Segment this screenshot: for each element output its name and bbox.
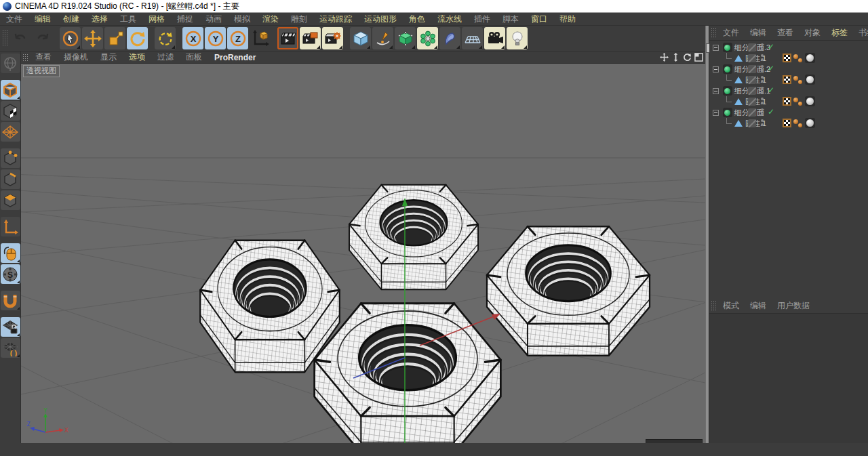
menu-plugins[interactable]: 插件 xyxy=(468,14,496,25)
menu-motion-tracker[interactable]: 运动跟踪 xyxy=(313,14,358,25)
layer-toggle[interactable] xyxy=(748,119,756,127)
points-mode-button[interactable] xyxy=(1,148,20,168)
menu-snap[interactable]: 捕捉 xyxy=(171,14,199,25)
vp-menu-panel[interactable]: 面板 xyxy=(180,51,208,63)
menu-simulate[interactable]: 模拟 xyxy=(228,14,256,25)
visibility-dots[interactable] xyxy=(761,119,764,126)
subdivision-surface-icon[interactable] xyxy=(722,108,732,118)
enable-axis-button[interactable] xyxy=(1,217,20,236)
om-menu-bookmarks[interactable]: 书签 xyxy=(853,27,868,39)
enabled-checkmark[interactable]: ✓ xyxy=(768,85,774,95)
lock-workplane-button[interactable] xyxy=(1,317,20,337)
rotate-tool-button[interactable] xyxy=(127,27,148,49)
subdivision-surface-icon[interactable] xyxy=(722,86,732,96)
visibility-dots[interactable] xyxy=(761,108,764,115)
object-row-subdivision-3[interactable]: 细分曲面.3 ✓ xyxy=(709,42,868,53)
coordinate-system-button[interactable] xyxy=(250,27,271,49)
om-menu-tags[interactable]: 标签 xyxy=(826,27,853,39)
am-menu-userdata[interactable]: 用户数据 xyxy=(772,300,815,312)
lock-y-axis-button[interactable]: Y xyxy=(205,27,226,49)
polygons-mode-button[interactable] xyxy=(1,190,20,210)
render-view-button[interactable] xyxy=(277,27,298,49)
workplane-transform-button[interactable]: ( ) xyxy=(1,338,20,358)
tweak-mode-button[interactable] xyxy=(1,243,20,263)
vp-menu-filter[interactable]: 过滤 xyxy=(151,51,180,63)
magnet-snap-button[interactable] xyxy=(1,291,20,310)
menu-mograph[interactable]: 运动图形 xyxy=(358,14,403,25)
visibility-dots[interactable] xyxy=(761,54,764,61)
am-menu-edit[interactable]: 编辑 xyxy=(745,300,772,312)
enabled-checkmark[interactable]: ✓ xyxy=(768,107,774,117)
texture-mode-button[interactable] xyxy=(1,101,20,121)
subdivision-surface-icon[interactable] xyxy=(722,64,732,75)
material-tag-icon[interactable] xyxy=(805,53,815,63)
am-menu-mode[interactable]: 模式 xyxy=(717,300,745,312)
layer-toggle[interactable] xyxy=(748,87,756,95)
cylinder-icon[interactable] xyxy=(733,97,743,107)
lock-z-axis-button[interactable]: Z xyxy=(227,27,248,49)
render-settings-button[interactable] xyxy=(322,27,343,49)
viewport-view-label[interactable]: 透视视图 xyxy=(23,65,60,77)
om-menu-edit[interactable]: 编辑 xyxy=(745,27,772,39)
subdivision-surface-icon[interactable] xyxy=(722,43,732,53)
uvw-tag-icon[interactable] xyxy=(783,97,791,106)
menu-script[interactable]: 脚本 xyxy=(496,14,525,25)
om-menu-objects[interactable]: 对象 xyxy=(799,27,826,39)
menu-pipeline[interactable]: 流水线 xyxy=(431,14,468,25)
live-selection-button[interactable] xyxy=(60,27,81,49)
phong-tag-icon[interactable] xyxy=(793,119,803,128)
layer-toggle[interactable] xyxy=(748,43,756,51)
camera-button[interactable] xyxy=(484,27,505,49)
menu-render[interactable]: 渲染 xyxy=(256,14,285,25)
pan-view-icon[interactable] xyxy=(659,52,669,62)
lock-x-axis-button[interactable]: X xyxy=(182,27,203,49)
last-tool-button[interactable] xyxy=(155,27,176,49)
phong-tag-icon[interactable] xyxy=(793,97,803,106)
menu-help[interactable]: 帮助 xyxy=(553,14,582,25)
vp-menu-view[interactable]: 查看 xyxy=(29,51,58,63)
render-picture-viewer-button[interactable] xyxy=(300,27,321,49)
undo-button[interactable] xyxy=(9,27,31,49)
layer-toggle[interactable] xyxy=(748,65,756,73)
scale-tool-button[interactable] xyxy=(104,27,125,49)
object-row-subdivision[interactable]: 细分曲面 ✓ xyxy=(709,107,868,118)
layer-toggle[interactable] xyxy=(748,108,756,117)
visibility-dots[interactable] xyxy=(761,98,764,104)
cylinder-icon[interactable] xyxy=(733,54,743,64)
object-row-subdivision-1[interactable]: 细分曲面.1 ✓ xyxy=(709,85,868,96)
menu-sculpt[interactable]: 雕刻 xyxy=(285,14,313,25)
cylinder-icon[interactable] xyxy=(733,75,743,85)
menu-edit[interactable]: 编辑 xyxy=(28,14,57,25)
toolbar-grip[interactable] xyxy=(2,30,7,47)
om-menu-view[interactable]: 查看 xyxy=(772,27,799,39)
vp-menu-cameras[interactable]: 摄像机 xyxy=(58,51,94,63)
spline-pen-button[interactable] xyxy=(372,27,393,49)
environment-floor-button[interactable] xyxy=(462,27,483,49)
cylinder-icon[interactable] xyxy=(733,119,743,129)
material-tag-icon[interactable] xyxy=(805,75,815,85)
subdivision-surface-button[interactable] xyxy=(395,27,416,49)
redo-button[interactable] xyxy=(32,27,53,49)
menu-window[interactable]: 窗口 xyxy=(525,14,553,25)
object-row-subdivision-2[interactable]: 细分曲面.2 ✓ xyxy=(709,64,868,75)
object-row-cylinder[interactable]: 圆柱.1 xyxy=(709,75,868,85)
tree-expander[interactable] xyxy=(713,45,719,51)
menu-file[interactable]: 文件 xyxy=(0,14,28,25)
visibility-dots[interactable] xyxy=(761,87,764,94)
window-titlebar[interactable]: CINEMA 4D R19.024 Studio (RC - R19) - [螺… xyxy=(0,0,868,13)
zoom-view-icon[interactable] xyxy=(671,52,680,62)
vp-menu-display[interactable]: 显示 xyxy=(94,51,123,63)
tree-expander[interactable] xyxy=(713,66,719,72)
rotate-view-icon[interactable] xyxy=(682,52,692,62)
menu-create[interactable]: 创建 xyxy=(57,14,85,25)
snap-button[interactable]: S xyxy=(1,264,20,284)
object-row-cylinder[interactable]: 圆柱.1 xyxy=(709,118,868,129)
tree-expander[interactable] xyxy=(713,110,719,116)
visibility-dots[interactable] xyxy=(761,76,764,83)
edges-mode-button[interactable] xyxy=(1,169,20,189)
om-menu-file[interactable]: 文件 xyxy=(717,27,745,39)
tree-expander[interactable] xyxy=(713,88,719,94)
enabled-checkmark[interactable]: ✓ xyxy=(768,64,774,73)
menu-select[interactable]: 选择 xyxy=(85,14,114,25)
layer-toggle[interactable] xyxy=(748,54,756,62)
